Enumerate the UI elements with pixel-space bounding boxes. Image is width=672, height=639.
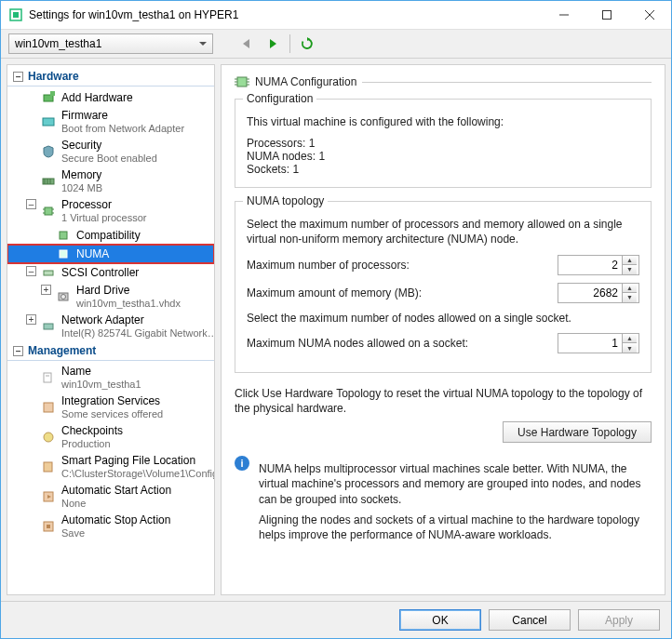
security-icon [41,144,56,159]
tree-add-hardware[interactable]: Add Hardware [7,88,214,107]
info-text-1: NUMA helps multiprocessor virtual machin… [259,461,652,507]
nodes-row: NUMA nodes: 1 [247,150,639,163]
topology-legend: NUMA topology [243,194,328,207]
name-icon [41,370,56,385]
max-proc-input[interactable] [558,256,622,274]
close-button[interactable] [628,1,671,29]
chevron-down-icon[interactable]: ▼ [623,264,637,274]
tree-firmware[interactable]: FirmwareBoot from Network Adapter [7,107,214,137]
svg-rect-27 [44,373,51,382]
expand-icon[interactable]: + [26,314,36,325]
hardware-heading: – Hardware [7,67,214,87]
tree-paging[interactable]: Smart Paging File LocationC:\ClusterStor… [7,452,214,482]
max-mem-input[interactable] [558,284,622,302]
socket-intro: Select the maximum number of nodes allow… [247,311,639,326]
chevron-up-icon[interactable]: ▲ [623,334,637,343]
max-proc-spinner[interactable]: ▲▼ [558,255,639,275]
chevron-down-icon[interactable]: ▼ [623,292,637,302]
max-mem-row: Maximum amount of memory (MB): ▲▼ [247,283,639,303]
tree-compatibility[interactable]: Compatibility [7,226,214,245]
settings-window: Settings for win10vm_testha1 on HYPER1 w… [0,0,672,639]
tree-memory[interactable]: Memory1024 MB [7,166,214,196]
page-heading: NUMA Configuration [235,74,652,89]
tree-network[interactable]: + Network AdapterIntel(R) 82574L Gigabit… [7,312,214,341]
svg-rect-31 [44,462,52,472]
svg-rect-36 [237,77,247,87]
tree-hard-drive[interactable]: + Hard Drivewin10vm_testha1.vhdx [7,282,214,312]
integration-icon [41,400,56,415]
tree-scsi[interactable]: – SCSI Controller [7,263,214,282]
ok-button[interactable]: OK [399,609,481,631]
checkpoints-icon [41,430,56,445]
minimize-button[interactable] [543,1,585,29]
max-mem-label: Maximum amount of memory (MB): [247,286,422,300]
chevron-up-icon[interactable]: ▲ [623,256,637,265]
info-block: i NUMA helps multiprocessor virtual mach… [235,456,652,548]
svg-rect-11 [43,118,54,126]
max-nodes-input[interactable] [558,334,622,353]
toolbar: win10vm_testha1 [1,29,671,59]
chevron-up-icon[interactable]: ▲ [623,284,637,293]
svg-rect-35 [47,525,50,528]
config-legend: Configuration [243,92,316,105]
heading-rule [362,82,652,83]
autostop-icon [41,519,56,534]
paging-icon [41,459,56,474]
memory-icon [41,174,56,189]
vm-selector-value: win10vm_testha1 [15,37,101,50]
tree-processor[interactable]: – Processor1 Virtual processor [7,196,214,226]
topology-intro: Select the maximum number of processors … [247,217,639,246]
config-intro: This virtual machine is configured with … [247,114,639,129]
tree-autostart[interactable]: Automatic Start ActionNone [7,482,214,512]
expand-icon[interactable]: – [26,199,36,209]
config-group: Configuration This virtual machine is co… [235,99,652,188]
expand-icon[interactable]: + [41,285,51,295]
apply-button[interactable]: Apply [578,609,660,631]
svg-rect-10 [50,91,55,96]
max-nodes-spinner[interactable]: ▲▼ [558,333,639,353]
add-hardware-icon [41,90,56,105]
collapse-icon[interactable]: – [13,72,23,82]
svg-marker-7 [270,39,276,48]
dialog-buttons: OK Cancel Apply [1,601,671,638]
svg-rect-21 [60,232,67,239]
maximize-button[interactable] [585,1,628,29]
nav-forward-button[interactable] [263,34,282,53]
use-hardware-topology-button[interactable]: Use Hardware Topology [503,421,652,443]
max-proc-label: Maximum number of processors: [247,259,410,272]
nav-back-button[interactable] [237,34,256,53]
tree-name[interactable]: Namewin10vm_testha1 [7,363,214,393]
tree-autostop[interactable]: Automatic Stop ActionSave [7,512,214,541]
cancel-button[interactable]: Cancel [489,609,571,631]
topology-group: NUMA topology Select the maximum number … [235,201,652,373]
max-nodes-row: Maximum NUMA nodes allowed on a socket: … [247,333,639,353]
chevron-down-icon[interactable]: ▼ [623,342,637,353]
refresh-button[interactable] [298,34,316,53]
info-text-2: Aligning the nodes and sockets of a virt… [259,513,652,542]
svg-point-25 [61,295,66,300]
max-nodes-label: Maximum NUMA nodes allowed on a socket: [247,337,468,350]
expand-icon[interactable]: – [26,266,36,276]
svg-rect-1 [13,12,19,18]
max-proc-row: Maximum number of processors: ▲▼ [247,255,639,275]
svg-rect-16 [45,207,52,215]
reset-text: Click Use Hardware Topology to reset the… [235,386,652,416]
svg-rect-22 [60,250,67,258]
info-icon: i [235,456,249,471]
tree-security[interactable]: SecuritySecure Boot enabled [7,137,214,166]
collapse-icon[interactable]: – [13,346,23,356]
tree-integration[interactable]: Integration ServicesSome services offere… [7,393,214,422]
processor-icon [56,246,71,261]
processor-icon [41,204,56,219]
tree-checkpoints[interactable]: CheckpointsProduction [7,422,214,452]
vm-selector[interactable]: win10vm_testha1 [8,33,213,54]
processors-row: Processors: 1 [247,137,639,150]
network-icon [41,319,56,334]
page-title: NUMA Configuration [255,75,356,88]
nav-tree[interactable]: – Hardware Add Hardware FirmwareBoot fro… [7,64,215,595]
tree-numa[interactable]: NUMA [7,245,214,263]
window-title: Settings for win10vm_testha1 on HYPER1 [29,8,543,21]
max-mem-spinner[interactable]: ▲▼ [558,283,639,303]
svg-rect-3 [603,11,612,20]
svg-marker-6 [243,39,249,48]
